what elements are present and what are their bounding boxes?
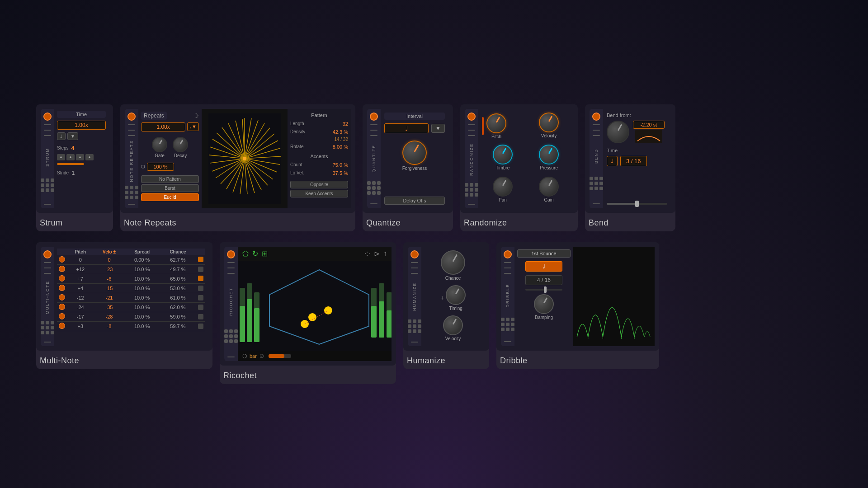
humanize-grid-dots [408, 319, 421, 333]
ricochet-refresh-icon[interactable]: ↻ [252, 249, 258, 258]
rand-pan-wrap: Pan [482, 177, 524, 204]
strum-up3-btn[interactable]: ▲ [76, 154, 84, 160]
nr-keep-accents-btn[interactable]: Keep Accents [290, 190, 348, 197]
svg-rect-49 [240, 306, 245, 342]
rand-gain-knob[interactable] [539, 177, 559, 197]
strum-power-btn[interactable] [43, 113, 52, 121]
nr-opposite-btn[interactable]: Opposite [290, 181, 348, 188]
randomize-content: Pitch Velocity Timbre Pressure [478, 109, 573, 208]
nr-euclid-btn[interactable]: Euclid [141, 193, 199, 201]
humanize-power-btn[interactable] [410, 250, 419, 258]
mn-row-power-1[interactable] [59, 266, 65, 272]
humanize-content: Chance + Timing Velocity [421, 247, 485, 346]
mn-pitch-2: +7 [67, 274, 94, 283]
nr-count-row: Count 75.0 % [290, 162, 348, 168]
nr-decay-label: Decay [174, 153, 187, 158]
dribble-time-value[interactable]: 4 / 16 [525, 275, 563, 285]
nr-decay-knob[interactable] [173, 137, 188, 152]
dribble-damping-label: Damping [535, 315, 553, 320]
strum-side-strip: STRUM [41, 109, 54, 208]
rand-pitch-knob[interactable] [486, 113, 506, 133]
mn-chance-3: 53.0 % [160, 283, 196, 293]
dribble-damping-knob[interactable] [534, 294, 554, 314]
mn-velo-6: -28 [94, 312, 125, 321]
bend-value[interactable]: -2.20 st [633, 121, 665, 129]
dribble-note-display[interactable]: ♩ [525, 261, 563, 272]
mn-row-6: -17-2810.0 %59.0 % [57, 312, 205, 321]
quantize-interval-value[interactable]: ♩ [384, 123, 429, 133]
dribble-power-btn[interactable] [504, 250, 512, 258]
ricochet-dot-icon[interactable]: ·:· [364, 249, 370, 258]
humanize-label: Humanize [403, 354, 489, 369]
svg-rect-44 [387, 310, 392, 338]
mn-swatch-1 [198, 267, 203, 272]
bend-note-btn[interactable]: ♩ [607, 156, 618, 166]
quantize-delay-offs-btn[interactable]: Delay Offs [384, 197, 445, 205]
randomize-panel-inner: RANDOMIZE Pitch [460, 104, 578, 213]
rand-pan-knob[interactable] [493, 177, 513, 197]
multi-note-side-strip: MULTI-NOTE [41, 247, 54, 346]
bend-power-btn[interactable] [592, 113, 600, 121]
nr-gate-knob[interactable] [152, 137, 167, 152]
mn-row-power-0[interactable] [59, 256, 65, 263]
nr-burst-btn[interactable]: Burst [141, 184, 199, 192]
ricochet-grid-icon[interactable]: ⊞ [262, 249, 268, 258]
strum-stride-value: 1 [71, 169, 75, 176]
mn-row-7: +3-810.0 %59.7 % [57, 321, 205, 331]
nr-no-pattern-btn[interactable]: No Pattern [141, 175, 199, 183]
note-repeats-grid-dots [125, 186, 138, 199]
strum-time-value[interactable]: 1.00x [57, 121, 106, 130]
randomize-power-btn[interactable] [467, 113, 476, 121]
bend-label: Bend [585, 216, 675, 231]
multi-note-power-btn[interactable] [43, 250, 52, 258]
ricochet-mute-icon[interactable]: ∅ [259, 353, 264, 359]
randomize-label: Randomize [460, 216, 578, 231]
humanize-velocity-knob[interactable] [443, 315, 463, 335]
randomize-grid-dots [465, 183, 478, 197]
strum-up-btn[interactable]: ▲ [57, 154, 65, 160]
nr-percent-value[interactable]: 100 % [147, 163, 174, 171]
strum-up4-btn[interactable]: ▲ [85, 154, 94, 160]
mn-row-power-7[interactable] [59, 323, 65, 329]
bend-from-knob[interactable] [607, 121, 629, 143]
nr-note-dropdown[interactable]: ♩▼ [187, 122, 199, 131]
quantize-power-btn[interactable] [370, 113, 378, 121]
mn-row-power-3[interactable] [59, 285, 65, 291]
mn-row-power-5[interactable] [59, 304, 65, 310]
quantize-dropdown-btn[interactable]: ▼ [431, 124, 445, 133]
humanize-timing-knob[interactable] [446, 285, 466, 305]
nr-lovel-value: 37.5 % [333, 170, 348, 176]
strum-up2-btn[interactable]: ▲ [66, 154, 75, 160]
rand-pressure-knob[interactable] [539, 145, 559, 164]
mn-pitch-3: +4 [67, 283, 94, 293]
mn-row-power-2[interactable] [59, 275, 65, 282]
rand-velocity-knob[interactable] [539, 113, 559, 132]
ricochet-grid-dots [224, 329, 238, 343]
quantize-panel-inner: QUANTIZE Interval ♩ ▼ [363, 104, 453, 213]
ricochet-pin-icon[interactable]: ↑ [383, 249, 387, 258]
quantize-vertical-label: QUANTIZE [372, 145, 376, 173]
ricochet-power-btn[interactable] [227, 250, 235, 258]
bend-time-label: Time [607, 148, 667, 153]
dribble-controls: 1st Bounce ♩ 4 / 16 Damping [514, 247, 573, 346]
nr-rate-value[interactable]: 1.00x [141, 122, 185, 131]
nr-density-label: Density [290, 129, 305, 134]
ricochet-arrow-icon[interactable]: ⊳ [374, 249, 380, 258]
mn-row-power-4[interactable] [59, 294, 65, 300]
strum-arrow-btn[interactable]: ▼ [67, 132, 78, 140]
mn-swatch-4 [198, 295, 203, 300]
dribble-side-strip: DRIBBLE [501, 247, 514, 346]
ricochet-panel-inner: RICOCHET ⬠ ↻ ⊞ ·:· [220, 242, 396, 366]
bend-time-value[interactable]: 3 / 16 [620, 156, 647, 166]
strum-note-btn[interactable]: ♩ [57, 132, 66, 140]
quantize-forgiveness-knob[interactable] [402, 141, 427, 165]
humanize-chance-knob[interactable] [441, 250, 465, 275]
rand-timbre-knob[interactable] [493, 145, 513, 164]
nr-density-value: 42.3 % [333, 129, 348, 135]
multi-note-vertical-label: MULTI-NOTE [45, 281, 50, 314]
randomize-vertical-label: RANDOMIZE [469, 143, 474, 176]
ricochet-bar-label: bar [250, 353, 257, 359]
note-repeats-power-btn[interactable] [127, 113, 136, 121]
ricochet-pentagon-icon[interactable]: ⬠ [242, 249, 249, 258]
mn-row-power-6[interactable] [59, 313, 65, 319]
